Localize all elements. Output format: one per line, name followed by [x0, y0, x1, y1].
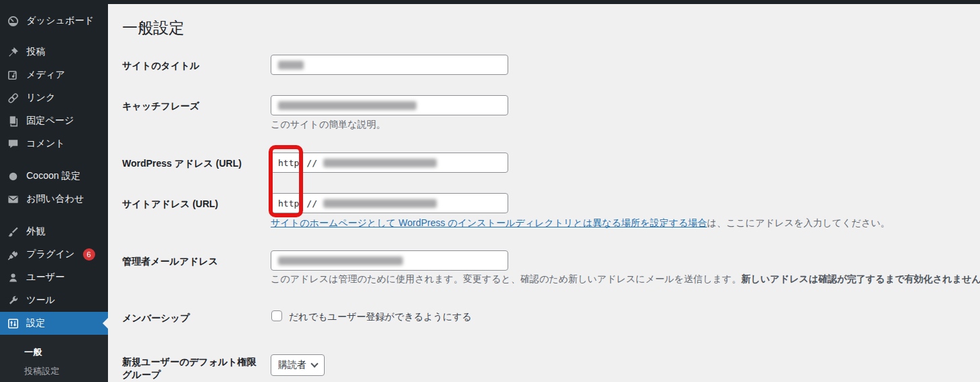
wp-address-slashes: //	[306, 158, 317, 168]
sidebar-item-label: ダッシュボード	[26, 15, 94, 27]
membership-checkbox[interactable]	[271, 310, 282, 321]
sidebar-item-comments[interactable]: コメント	[0, 132, 108, 155]
default-role-select[interactable]: 購読者	[271, 354, 325, 376]
admin-bar	[0, 0, 980, 4]
sidebar-item-tools[interactable]: ツール	[0, 289, 108, 312]
dashboard-icon	[6, 14, 20, 28]
membership-checkbox-label[interactable]: だれでもユーザー登録ができるようにする	[289, 311, 472, 323]
plugin-icon	[6, 248, 20, 261]
page-title: 一般設定	[122, 18, 184, 38]
sidebar-item-pages[interactable]: 固定ページ	[0, 109, 108, 132]
sidebar-item-label: リンク	[26, 92, 55, 104]
site-title-label: サイトのタイトル	[122, 59, 261, 72]
plugin-update-count-badge: 6	[83, 248, 95, 261]
site-address-label: サイトアドレス (URL)	[122, 198, 261, 211]
wordpress-admin-general-settings: ダッシュボード 投稿 メディア リンク 固定ページ	[0, 0, 980, 382]
admin-email-description-bold: 新しいアドレスは確認が完了するまで有効化されません。	[741, 273, 980, 284]
default-role-value: 購読者	[278, 359, 306, 371]
sidebar-item-label: ユーザー	[26, 271, 65, 283]
sidebar-item-label: プラグイン	[26, 248, 75, 261]
redacted-admin-email-value	[278, 256, 403, 265]
sidebar-item-label: 外観	[26, 225, 45, 238]
http-highlight-annotation	[269, 145, 303, 217]
link-icon	[6, 91, 20, 105]
sidebar-item-settings[interactable]: 設定	[0, 312, 108, 335]
settings-icon	[6, 317, 20, 330]
redacted-tagline-value	[278, 101, 416, 110]
different-directory-link[interactable]: サイトのホームページとして WordPress のインストールディレクトリとは異…	[271, 217, 707, 228]
tagline-label: キャッチフレーズ	[122, 100, 261, 113]
sidebar-item-posts[interactable]: 投稿	[0, 40, 108, 63]
admin-email-label: 管理者メールアドレス	[122, 255, 261, 268]
site-address-slashes: //	[306, 198, 317, 209]
sidebar-item-label: メディア	[26, 69, 65, 81]
sidebar-item-label: ツール	[26, 294, 55, 306]
sidebar-item-users[interactable]: ユーザー	[0, 266, 108, 289]
site-title-input[interactable]	[271, 55, 508, 75]
site-address-description-suffix: は、ここにアドレスを入力してください。	[707, 217, 890, 228]
site-address-input[interactable]: http //	[271, 193, 508, 213]
settings-submenu: 一般 投稿設定	[0, 335, 108, 382]
sidebar-item-label: Cocoon 設定	[26, 170, 80, 182]
envelope-icon	[6, 192, 20, 206]
default-role-label: 新規ユーザーのデフォルト権限グループ	[122, 356, 261, 381]
admin-sidebar: ダッシュボード 投稿 メディア リンク 固定ページ	[0, 0, 108, 382]
redacted-site-title-value	[278, 61, 304, 70]
sidebar-item-contact[interactable]: お問い合わせ	[0, 188, 108, 211]
sidebar-item-links[interactable]: リンク	[0, 86, 108, 109]
sidebar-item-label: 投稿	[26, 46, 45, 58]
tagline-description: このサイトの簡単な説明。	[271, 119, 385, 131]
sidebar-item-cocoon-settings[interactable]: Cocoon 設定	[0, 165, 108, 188]
sidebar-item-media[interactable]: メディア	[0, 63, 108, 86]
sidebar-item-dashboard[interactable]: ダッシュボード	[0, 9, 108, 32]
submenu-item-writing[interactable]: 投稿設定	[24, 362, 108, 381]
redacted-site-address-value	[323, 199, 437, 208]
sidebar-item-appearance[interactable]: 外観	[0, 220, 108, 243]
wp-address-label: WordPress アドレス (URL)	[122, 157, 277, 170]
appearance-icon	[6, 225, 20, 238]
comment-icon	[6, 137, 20, 151]
membership-label: メンバーシップ	[122, 312, 261, 325]
tools-icon	[6, 294, 20, 307]
tagline-input[interactable]	[271, 95, 508, 115]
site-address-description: サイトのホームページとして WordPress のインストールディレクトリとは異…	[271, 217, 890, 229]
sidebar-item-plugins[interactable]: プラグイン 6	[0, 243, 108, 266]
sidebar-item-label: コメント	[26, 138, 65, 150]
sidebar-item-label: 固定ページ	[26, 115, 74, 127]
redacted-wp-address-value	[323, 159, 437, 167]
wp-address-input[interactable]: http //	[271, 153, 508, 173]
user-icon	[6, 271, 20, 284]
admin-email-input[interactable]	[271, 250, 508, 271]
chevron-down-icon	[310, 360, 318, 367]
pin-icon	[6, 45, 20, 59]
submenu-item-general[interactable]: 一般	[24, 343, 108, 362]
media-icon	[6, 68, 20, 82]
circle-icon	[6, 169, 20, 183]
sidebar-item-label: お問い合わせ	[26, 193, 84, 205]
sidebar-item-label: 設定	[26, 317, 45, 329]
pages-icon	[6, 114, 20, 128]
admin-email-description: このアドレスは管理のために使用されます。変更すると、確認のため新しいアドレスにメ…	[271, 273, 980, 285]
